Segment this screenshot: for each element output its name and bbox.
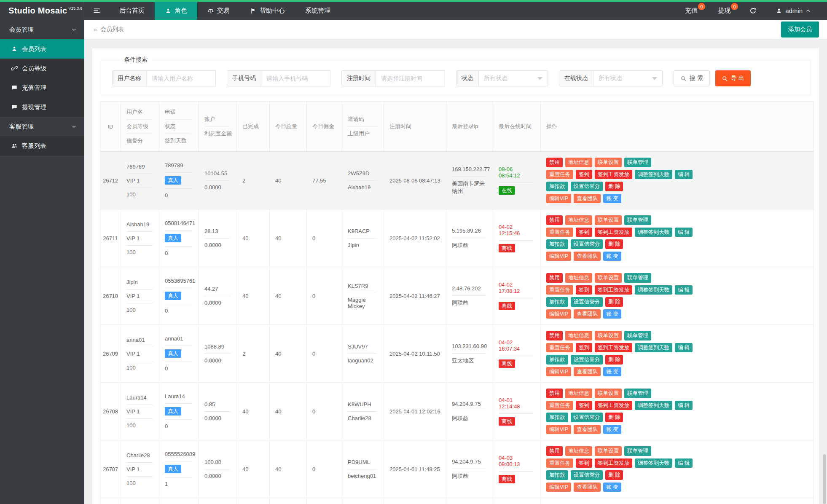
op-union-order-set-button[interactable]: 联单设置 xyxy=(595,389,622,398)
op-union-order-manage-button[interactable]: 联单管理 xyxy=(624,273,651,283)
op-edit-button[interactable]: 编 辑 xyxy=(675,458,693,468)
op-address-info-button[interactable]: 地址信息 xyxy=(565,446,592,456)
nav-item-1[interactable]: 后台首页 xyxy=(109,2,155,20)
op-reset-task-button[interactable]: 重置任务 xyxy=(546,458,573,468)
op-disable-button[interactable]: 禁用 xyxy=(546,158,563,167)
op-disable-button[interactable]: 禁用 xyxy=(546,389,563,398)
user-menu[interactable]: admin xyxy=(765,2,821,20)
op-union-order-manage-button[interactable]: 联单管理 xyxy=(624,389,651,398)
op-union-order-set-button[interactable]: 联单设置 xyxy=(595,331,622,340)
op-set-credit-button[interactable]: 设置信誉分 xyxy=(571,470,603,480)
op-sign-salary-button[interactable]: 签到工资发放 xyxy=(595,343,632,353)
op-add-deduct-button[interactable]: 加扣款 xyxy=(546,470,568,480)
op-delete-button[interactable]: 删 除 xyxy=(605,297,623,307)
op-view-team-button[interactable]: 查看团队 xyxy=(574,425,601,434)
op-union-order-manage-button[interactable]: 联单管理 xyxy=(624,158,651,167)
op-account-change-button[interactable]: 账 变 xyxy=(603,309,621,319)
op-disable-button[interactable]: 禁用 xyxy=(546,331,563,340)
op-reset-task-button[interactable]: 重置任务 xyxy=(546,343,573,353)
export-button[interactable]: 导 出 xyxy=(715,70,751,86)
op-adjust-sign-days-button[interactable]: 调整签到天数 xyxy=(635,228,672,237)
online-status-select[interactable]: 所有状态 xyxy=(593,71,662,86)
op-view-team-button[interactable]: 查看团队 xyxy=(574,194,601,204)
sidebar-group-1[interactable]: 会员管理 xyxy=(0,20,84,39)
add-member-button[interactable]: 添加会员 xyxy=(781,21,819,38)
op-edit-vip-button[interactable]: 编辑VIP xyxy=(546,367,571,377)
recharge-button[interactable]: 充值 0 xyxy=(675,2,708,20)
op-delete-button[interactable]: 删 除 xyxy=(605,182,623,191)
op-disable-button[interactable]: 禁用 xyxy=(546,273,563,283)
op-edit-button[interactable]: 编 辑 xyxy=(675,401,693,410)
op-view-team-button[interactable]: 查看团队 xyxy=(574,252,601,261)
op-edit-vip-button[interactable]: 编辑VIP xyxy=(546,425,571,434)
op-set-credit-button[interactable]: 设置信誉分 xyxy=(571,239,603,249)
op-sign-in-button[interactable]: 签到 xyxy=(576,285,592,295)
nav-item-3[interactable]: 交易 xyxy=(197,2,240,20)
op-reset-task-button[interactable]: 重置任务 xyxy=(546,170,573,180)
op-add-deduct-button[interactable]: 加扣款 xyxy=(546,239,568,249)
op-union-order-manage-button[interactable]: 联单管理 xyxy=(624,446,651,456)
op-add-deduct-button[interactable]: 加扣款 xyxy=(546,355,568,365)
username-input[interactable] xyxy=(147,71,215,86)
op-edit-vip-button[interactable]: 编辑VIP xyxy=(546,194,571,204)
reg-time-input[interactable] xyxy=(376,71,445,86)
refresh-button[interactable] xyxy=(741,2,765,20)
op-sign-salary-button[interactable]: 签到工资发放 xyxy=(595,401,632,410)
vertical-scrollbar[interactable] xyxy=(823,454,826,504)
op-adjust-sign-days-button[interactable]: 调整签到天数 xyxy=(635,170,672,180)
op-disable-button[interactable]: 禁用 xyxy=(546,446,563,456)
op-address-info-button[interactable]: 地址信息 xyxy=(565,158,592,167)
sidebar-group-6[interactable]: 客服管理 xyxy=(0,117,84,136)
sidebar-item-4[interactable]: 充值管理 xyxy=(0,78,84,97)
search-button[interactable]: 搜 索 xyxy=(674,70,710,86)
op-delete-button[interactable]: 删 除 xyxy=(605,239,623,249)
op-adjust-sign-days-button[interactable]: 调整签到天数 xyxy=(635,401,672,410)
op-union-order-manage-button[interactable]: 联单管理 xyxy=(624,215,651,225)
withdraw-button[interactable]: 提现 0 xyxy=(708,2,741,20)
op-sign-in-button[interactable]: 签到 xyxy=(576,401,592,410)
op-delete-button[interactable]: 删 除 xyxy=(605,413,623,422)
op-address-info-button[interactable]: 地址信息 xyxy=(565,215,592,225)
op-disable-button[interactable]: 禁用 xyxy=(546,215,563,225)
op-set-credit-button[interactable]: 设置信誉分 xyxy=(571,182,603,191)
op-union-order-manage-button[interactable]: 联单管理 xyxy=(624,331,651,340)
op-account-change-button[interactable]: 账 变 xyxy=(603,425,621,434)
op-edit-vip-button[interactable]: 编辑VIP xyxy=(546,309,571,319)
status-select[interactable]: 所有状态 xyxy=(479,71,548,86)
phone-input[interactable] xyxy=(261,71,330,86)
nav-item-2[interactable]: 角色 xyxy=(155,2,197,20)
op-view-team-button[interactable]: 查看团队 xyxy=(574,367,601,377)
op-union-order-set-button[interactable]: 联单设置 xyxy=(595,273,622,283)
op-sign-salary-button[interactable]: 签到工资发放 xyxy=(595,458,632,468)
op-reset-task-button[interactable]: 重置任务 xyxy=(546,285,573,295)
op-add-deduct-button[interactable]: 加扣款 xyxy=(546,182,568,191)
op-sign-salary-button[interactable]: 签到工资发放 xyxy=(595,228,632,237)
op-set-credit-button[interactable]: 设置信誉分 xyxy=(571,297,603,307)
op-account-change-button[interactable]: 账 变 xyxy=(603,367,621,377)
nav-item-5[interactable]: 系统管理 xyxy=(295,2,341,20)
op-account-change-button[interactable]: 账 变 xyxy=(603,483,621,492)
op-edit-button[interactable]: 编 辑 xyxy=(675,170,693,180)
op-set-credit-button[interactable]: 设置信誉分 xyxy=(571,355,603,365)
op-sign-in-button[interactable]: 签到 xyxy=(576,343,592,353)
op-view-team-button[interactable]: 查看团队 xyxy=(574,483,601,492)
op-union-order-set-button[interactable]: 联单设置 xyxy=(595,215,622,225)
op-sign-in-button[interactable]: 签到 xyxy=(576,458,592,468)
op-set-credit-button[interactable]: 设置信誉分 xyxy=(571,413,603,422)
nav-item-4[interactable]: 帮助中心 xyxy=(240,2,295,20)
op-delete-button[interactable]: 删 除 xyxy=(605,470,623,480)
op-edit-button[interactable]: 编 辑 xyxy=(675,228,693,237)
op-address-info-button[interactable]: 地址信息 xyxy=(565,273,592,283)
op-reset-task-button[interactable]: 重置任务 xyxy=(546,228,573,237)
op-adjust-sign-days-button[interactable]: 调整签到天数 xyxy=(635,343,672,353)
op-edit-button[interactable]: 编 辑 xyxy=(675,343,693,353)
op-sign-salary-button[interactable]: 签到工资发放 xyxy=(595,170,632,180)
op-sign-salary-button[interactable]: 签到工资发放 xyxy=(595,285,632,295)
op-union-order-set-button[interactable]: 联单设置 xyxy=(595,158,622,167)
op-sign-in-button[interactable]: 签到 xyxy=(576,228,592,237)
op-address-info-button[interactable]: 地址信息 xyxy=(565,389,592,398)
op-view-team-button[interactable]: 查看团队 xyxy=(574,309,601,319)
op-account-change-button[interactable]: 账 变 xyxy=(603,252,621,261)
sidebar-item-7[interactable]: 客服列表 xyxy=(0,136,84,155)
op-account-change-button[interactable]: 账 变 xyxy=(603,194,621,204)
